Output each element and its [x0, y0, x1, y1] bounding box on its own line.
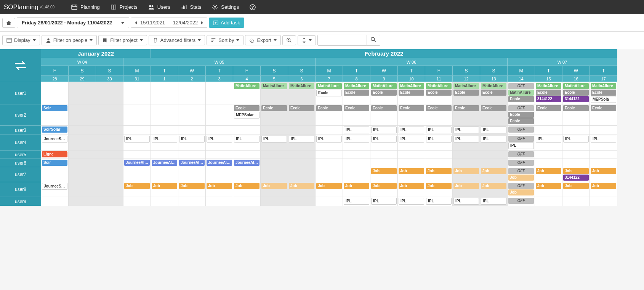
cell[interactable] — [343, 159, 370, 167]
cell[interactable]: IPL — [480, 125, 508, 135]
cell[interactable] — [316, 150, 343, 159]
cell[interactable] — [151, 104, 178, 125]
cell[interactable] — [206, 125, 233, 135]
cell[interactable]: MatinAllureEcole — [370, 82, 398, 104]
task[interactable]: JourneeAllur — [124, 160, 150, 166]
task[interactable]: Job — [152, 183, 177, 189]
cell[interactable]: IPL — [480, 135, 508, 150]
cell[interactable] — [453, 159, 480, 167]
cell[interactable]: IPL — [370, 197, 398, 206]
cell[interactable] — [233, 167, 261, 182]
zoom-in-button[interactable] — [282, 35, 296, 45]
cell[interactable]: OFFMatinAllureEcole — [508, 82, 535, 104]
task[interactable]: Job — [453, 183, 479, 189]
task[interactable]: SoirSolar — [42, 127, 67, 133]
cell[interactable]: Job — [370, 167, 398, 182]
home-button[interactable] — [2, 18, 15, 28]
cell[interactable]: MatinAllureEcole — [480, 82, 508, 104]
cell[interactable] — [562, 159, 590, 167]
cell[interactable] — [96, 104, 123, 125]
cell[interactable]: Ecole — [343, 104, 370, 125]
cell[interactable]: JourneeAllur — [178, 159, 206, 167]
filter-people-button[interactable]: Filter on people — [42, 35, 97, 45]
user-row-user5[interactable]: user5 — [0, 150, 41, 159]
task[interactable]: IPL — [563, 136, 589, 143]
cell[interactable]: OFF — [508, 125, 535, 135]
swap-view-button[interactable] — [0, 49, 41, 82]
cell[interactable]: IPL — [453, 135, 480, 150]
cell[interactable] — [480, 150, 508, 159]
task[interactable]: JourneeAllur — [179, 160, 205, 166]
cell[interactable]: Ecole — [261, 104, 288, 125]
cell[interactable] — [41, 197, 69, 206]
cell[interactable] — [398, 150, 425, 159]
task[interactable]: Ecole — [536, 105, 561, 111]
task[interactable]: Job — [261, 183, 287, 189]
task[interactable]: Job — [371, 183, 397, 189]
task[interactable]: Ecole — [563, 90, 589, 96]
task[interactable]: Job — [591, 183, 616, 189]
task[interactable]: IPL — [344, 198, 369, 205]
cell[interactable] — [69, 182, 96, 197]
task[interactable]: Job — [371, 168, 397, 174]
cell[interactable]: EcoleMEPSolar — [233, 104, 261, 125]
task[interactable]: Job — [426, 183, 452, 189]
task[interactable]: Job — [536, 183, 561, 189]
task[interactable]: MatinAllure — [316, 83, 342, 89]
task[interactable]: Ecole — [344, 105, 369, 111]
cell[interactable] — [206, 82, 233, 104]
task[interactable]: IPL — [426, 198, 452, 205]
cell[interactable] — [562, 197, 590, 206]
cell[interactable]: OFF — [508, 197, 535, 206]
cell[interactable]: Job — [590, 182, 617, 197]
cell[interactable]: Job — [480, 182, 508, 197]
task[interactable]: MatinAllure — [261, 83, 287, 89]
cell[interactable] — [178, 82, 206, 104]
sort-button[interactable]: Sort by — [207, 35, 244, 45]
cell[interactable] — [316, 159, 343, 167]
help-icon[interactable]: ? — [244, 0, 264, 14]
cell[interactable]: MatinAllureEcole — [398, 82, 425, 104]
cell[interactable]: OFFEcoleEcole — [508, 104, 535, 125]
cell[interactable]: Job — [535, 167, 562, 182]
cell[interactable]: OFFIPL — [508, 135, 535, 150]
cell[interactable] — [261, 167, 288, 182]
cell[interactable] — [69, 159, 96, 167]
cell[interactable]: JourneeAllur — [206, 159, 233, 167]
cell[interactable]: Job — [453, 167, 480, 182]
task[interactable]: OFF — [508, 151, 534, 157]
task[interactable]: IPL — [261, 136, 287, 143]
cell[interactable] — [562, 150, 590, 159]
cell[interactable]: Soir — [41, 159, 69, 167]
cell[interactable] — [590, 159, 617, 167]
cell[interactable] — [590, 125, 617, 135]
user-row-user8[interactable]: user8 — [0, 182, 41, 197]
task[interactable]: MEPSolar — [234, 112, 260, 119]
cell[interactable]: IPL — [233, 135, 261, 150]
cell[interactable]: IPL — [398, 135, 425, 150]
cell[interactable]: IPL — [178, 135, 206, 150]
cell[interactable]: Ecole — [562, 104, 590, 125]
cell[interactable]: IPL — [425, 197, 453, 206]
cell[interactable] — [288, 167, 316, 182]
task[interactable]: Ecole — [371, 90, 397, 96]
cell[interactable]: MatinAllure — [233, 82, 261, 104]
cell[interactable]: MatinAllureEcole3144122 — [562, 82, 590, 104]
task[interactable]: IPL — [371, 127, 397, 133]
task[interactable]: Ecole — [508, 118, 534, 124]
cell[interactable]: MatinAllureEcole — [453, 82, 480, 104]
task[interactable]: MEPSola — [591, 96, 616, 103]
cell[interactable]: JourneeAllur — [123, 159, 151, 167]
cell[interactable] — [480, 159, 508, 167]
cell[interactable] — [343, 150, 370, 159]
task[interactable]: Job — [536, 168, 561, 174]
cell[interactable] — [69, 150, 96, 159]
task[interactable]: Ecole — [316, 90, 342, 96]
cell[interactable]: SoirSolar — [41, 125, 69, 135]
cell[interactable] — [69, 104, 96, 125]
cell[interactable]: Job — [535, 182, 562, 197]
task[interactable]: MatinAllure — [426, 83, 452, 89]
task[interactable]: JourneeAllur — [207, 160, 232, 166]
cell[interactable] — [96, 82, 123, 104]
cell[interactable]: MatinAllure — [261, 82, 288, 104]
